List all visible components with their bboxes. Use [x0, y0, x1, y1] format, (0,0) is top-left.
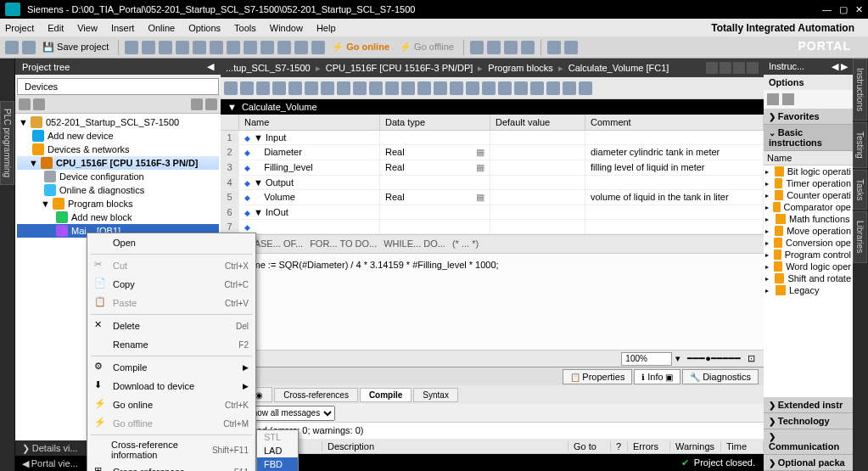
- favorites-header[interactable]: ❯ Favorites: [764, 109, 853, 125]
- et-icon[interactable]: [337, 81, 350, 95]
- tree-add-block[interactable]: Add new block: [17, 210, 219, 224]
- tb-icon-10[interactable]: [521, 41, 535, 54]
- sm-fbd[interactable]: FBD: [257, 457, 298, 471]
- et-icon[interactable]: [369, 81, 383, 95]
- instruction-folder[interactable]: ▸Word logic oper: [764, 261, 853, 272]
- menu-insert[interactable]: Insert: [111, 23, 135, 33]
- ctab-crossref[interactable]: Cross-references: [274, 388, 358, 402]
- tab-properties[interactable]: 📋 Properties: [563, 369, 633, 384]
- cm-compile[interactable]: ⚙Compile▶: [87, 358, 255, 377]
- tree-add-device[interactable]: Add new device: [17, 129, 219, 143]
- interface-row[interactable]: 6◆▼ InOut: [221, 205, 764, 220]
- mcol-goto[interactable]: Go to: [568, 441, 611, 451]
- cm-cross-references[interactable]: ⊞Cross-referencesF11: [87, 463, 255, 471]
- cm-go-online[interactable]: ⚡Go onlineCtrl+K: [87, 395, 255, 414]
- rtab-instructions[interactable]: Instructions: [853, 59, 867, 121]
- interface-row[interactable]: 7◆: [221, 220, 764, 234]
- cut-icon[interactable]: [125, 41, 138, 54]
- crumb-4[interactable]: Calculate_Volume [FC1]: [568, 63, 669, 73]
- paste-icon[interactable]: [159, 41, 172, 54]
- tree-program-blocks[interactable]: ▼Program blocks: [17, 197, 219, 210]
- interface-row[interactable]: 1◆▼ Input: [221, 131, 764, 145]
- mcol-time[interactable]: Time: [721, 441, 764, 451]
- tree-device-config[interactable]: Device configuration: [17, 170, 219, 183]
- editor-win-icon-2[interactable]: [720, 62, 731, 74]
- menu-options[interactable]: Options: [188, 23, 221, 33]
- minimize-button[interactable]: —: [822, 4, 832, 14]
- instruction-folder[interactable]: ▸Legacy: [764, 284, 853, 296]
- mcol-desc[interactable]: Description: [322, 441, 568, 451]
- editor-close-icon[interactable]: [747, 62, 759, 74]
- et-icon[interactable]: [498, 81, 512, 95]
- maximize-button[interactable]: ▢: [839, 4, 848, 14]
- et-icon[interactable]: [401, 81, 415, 95]
- op-tb-icon[interactable]: [782, 93, 794, 105]
- tb-icon-11[interactable]: [547, 41, 561, 54]
- tree-root[interactable]: ▼052-201_Startup_SCL_S7-1500: [17, 115, 219, 129]
- et-icon[interactable]: [546, 81, 560, 95]
- rtab-libraries[interactable]: Libraries: [853, 211, 867, 262]
- et-icon[interactable]: [305, 81, 318, 95]
- code-editor[interactable]: #Volume := SQR(#Diameter) / 4 * 3.14159 …: [221, 254, 764, 350]
- cm-rename[interactable]: RenameF2: [87, 335, 255, 354]
- save-project-button[interactable]: 💾 Save project: [42, 42, 109, 53]
- menu-tools[interactable]: Tools: [234, 23, 256, 33]
- tb-icon-9[interactable]: [504, 41, 518, 54]
- technology-header[interactable]: ❯ Technology: [764, 413, 853, 429]
- col-name[interactable]: Name: [239, 115, 380, 130]
- pt-icon-3[interactable]: [191, 98, 203, 110]
- menu-edit[interactable]: Edit: [48, 23, 64, 33]
- tb-icon-12[interactable]: [564, 41, 578, 54]
- ctab-compile[interactable]: Compile: [360, 388, 412, 402]
- tb-icon-4[interactable]: [277, 41, 291, 54]
- et-icon[interactable]: [417, 81, 431, 95]
- delete-icon[interactable]: [176, 41, 189, 54]
- rtab-tasks[interactable]: Tasks: [853, 170, 867, 210]
- sm-stl[interactable]: STL: [257, 430, 298, 444]
- tb-icon-8[interactable]: [487, 41, 501, 54]
- mcol-q[interactable]: ?: [611, 441, 628, 451]
- et-icon[interactable]: [385, 81, 399, 95]
- ctab-syntax[interactable]: Syntax: [413, 388, 458, 402]
- go-online-button[interactable]: ⚡ Go online: [332, 42, 389, 53]
- et-icon[interactable]: [466, 81, 479, 95]
- et-icon[interactable]: [563, 81, 576, 95]
- tree-devices-networks[interactable]: Devices & networks: [17, 143, 219, 156]
- et-icon[interactable]: [240, 81, 254, 95]
- sm-lad[interactable]: LAD: [257, 444, 298, 457]
- crumb-1[interactable]: ...tup_SCL_S7-1500: [226, 63, 311, 73]
- interface-row[interactable]: 2◆ DiameterReal▦diameter cylindric tank …: [221, 145, 764, 160]
- et-icon[interactable]: [224, 81, 238, 95]
- new-project-icon[interactable]: [5, 41, 19, 54]
- cm-open[interactable]: Open: [87, 233, 255, 252]
- open-project-icon[interactable]: [22, 41, 36, 54]
- mcol-errors[interactable]: Errors: [628, 441, 670, 451]
- communication-header[interactable]: ❯ Communication: [764, 429, 853, 455]
- message-filter-select[interactable]: Show all messages: [243, 406, 335, 421]
- tb-icon-3[interactable]: [260, 41, 274, 54]
- menu-help[interactable]: Help: [316, 23, 336, 33]
- et-icon[interactable]: [256, 81, 270, 95]
- devices-tab[interactable]: Devices: [17, 78, 219, 95]
- instruction-folder[interactable]: ▸Comparator ope: [764, 201, 853, 213]
- basic-instructions-header[interactable]: ⌄ Basic instructions: [764, 125, 853, 151]
- instruction-folder[interactable]: ▸Shift and rotate: [764, 272, 853, 284]
- cm-cut[interactable]: ✂CutCtrl+X: [87, 256, 255, 275]
- rtab-testing[interactable]: Testing: [853, 122, 867, 168]
- op-tb-icon[interactable]: [767, 93, 779, 105]
- redo-icon[interactable]: [210, 41, 223, 54]
- et-icon[interactable]: [353, 81, 367, 95]
- cm-download[interactable]: ⬇Download to device▶: [87, 377, 255, 395]
- et-icon[interactable]: [514, 81, 528, 95]
- col-default[interactable]: Default value: [490, 115, 585, 130]
- interface-row[interactable]: 3◆ Filling_levelReal▦filling level of li…: [221, 160, 764, 176]
- menu-window[interactable]: Window: [270, 23, 303, 33]
- et-icon[interactable]: [482, 81, 496, 95]
- instruction-folder[interactable]: ▸Math functions: [764, 213, 853, 225]
- snippet-while[interactable]: WHILE... DO...: [384, 239, 445, 249]
- menu-view[interactable]: View: [77, 23, 98, 33]
- col-comment[interactable]: Comment: [585, 115, 764, 130]
- pt-icon-2[interactable]: [33, 98, 45, 110]
- et-icon[interactable]: [272, 81, 286, 95]
- tb-icon-5[interactable]: [294, 41, 308, 54]
